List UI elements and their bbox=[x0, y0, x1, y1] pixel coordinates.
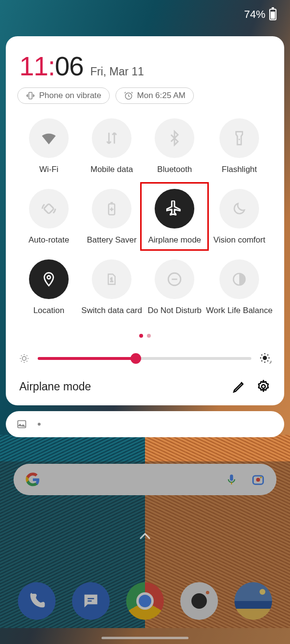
brightness-thumb[interactable] bbox=[130, 353, 141, 364]
pager bbox=[14, 334, 276, 338]
sim-card-icon: 1 bbox=[105, 272, 118, 286]
clock-row: 11:06 Fri, Mar 11 bbox=[14, 51, 276, 82]
tile-vision-comfort[interactable]: Vision comfort bbox=[206, 189, 273, 245]
wifi-icon bbox=[40, 129, 58, 147]
alarm-chip-label: Mon 6:25 AM bbox=[137, 91, 186, 100]
brightness-slider[interactable]: A bbox=[14, 352, 276, 365]
date-label: Fri, Mar 11 bbox=[90, 65, 144, 78]
brightness-low-icon bbox=[18, 353, 30, 364]
dim-overlay bbox=[0, 461, 290, 644]
tile-label: Wi-Fi bbox=[39, 165, 58, 174]
clock: 11:06 bbox=[19, 51, 84, 82]
pager-dot[interactable] bbox=[147, 334, 151, 338]
edit-icon[interactable] bbox=[232, 379, 246, 394]
brightness-track[interactable] bbox=[38, 357, 251, 360]
work-life-icon bbox=[232, 272, 247, 287]
tiles-grid: Wi-Fi Mobile data Bluetooth Flashlight A… bbox=[14, 118, 276, 315]
tile-switch-data-card[interactable]: 1 Switch data card bbox=[80, 259, 143, 315]
footer-label: Airplane mode bbox=[19, 380, 222, 393]
settings-icon[interactable] bbox=[256, 379, 271, 394]
tile-label: Flashlight bbox=[222, 165, 257, 174]
brightness-auto-icon: A bbox=[259, 352, 272, 365]
tile-label: Airplane mode bbox=[148, 235, 201, 245]
tile-label: Auto-rotate bbox=[29, 235, 69, 245]
tile-wifi[interactable]: Wi-Fi bbox=[17, 118, 80, 174]
clock-hour: 11 bbox=[19, 51, 48, 81]
flashlight-icon bbox=[232, 130, 247, 146]
auto-rotate-icon bbox=[40, 200, 58, 217]
picture-icon bbox=[16, 419, 27, 429]
tile-airplane-mode[interactable]: Airplane mode bbox=[143, 189, 206, 245]
clock-minute: 06 bbox=[55, 51, 83, 81]
tile-label: Mobile data bbox=[90, 165, 133, 174]
tile-label: Battery Saver bbox=[87, 235, 137, 245]
notification-bar[interactable] bbox=[6, 411, 284, 437]
tile-flashlight[interactable]: Flashlight bbox=[206, 118, 273, 174]
tile-battery-saver[interactable]: Battery Saver bbox=[80, 189, 143, 245]
tile-work-life-balance[interactable]: Work Life Balance bbox=[206, 259, 273, 315]
vibrate-icon bbox=[26, 91, 35, 100]
svg-text:1: 1 bbox=[110, 277, 113, 283]
tile-label: Location bbox=[33, 306, 64, 315]
tile-label: Vision comfort bbox=[213, 235, 265, 245]
notification-dot bbox=[38, 423, 41, 426]
alarm-icon bbox=[124, 91, 133, 100]
alarm-chip[interactable]: Mon 6:25 AM bbox=[116, 87, 194, 104]
tile-do-not-disturb[interactable]: Do Not Disturb bbox=[143, 259, 206, 315]
svg-point-9 bbox=[263, 356, 267, 360]
status-chips: Phone on vibrate Mon 6:25 AM bbox=[17, 87, 273, 104]
tile-label: Work Life Balance bbox=[206, 306, 273, 315]
tile-location[interactable]: Location bbox=[17, 259, 80, 315]
nav-gesture-pill[interactable] bbox=[102, 637, 188, 639]
battery-saver-icon bbox=[104, 201, 119, 216]
battery-percent: 74% bbox=[244, 8, 265, 21]
clock-colon: : bbox=[48, 51, 55, 81]
status-bar: 74% bbox=[0, 0, 290, 29]
vibrate-chip-label: Phone on vibrate bbox=[39, 91, 102, 100]
mobile-data-icon bbox=[103, 130, 120, 146]
svg-text:A: A bbox=[270, 359, 272, 365]
chevron-up-icon[interactable] bbox=[138, 531, 152, 541]
brightness-fill bbox=[38, 357, 136, 360]
pager-dot[interactable] bbox=[139, 334, 143, 338]
tile-auto-rotate[interactable]: Auto-rotate bbox=[17, 189, 80, 245]
battery-icon bbox=[269, 9, 276, 20]
bluetooth-icon bbox=[166, 130, 183, 146]
svg-point-11 bbox=[261, 385, 265, 388]
tile-mobile-data[interactable]: Mobile data bbox=[80, 118, 143, 174]
quick-settings-panel: 11:06 Fri, Mar 11 Phone on vibrate Mon 6… bbox=[6, 36, 284, 405]
vibrate-chip[interactable]: Phone on vibrate bbox=[17, 87, 110, 104]
tile-label: Switch data card bbox=[81, 306, 142, 315]
footer-row: Airplane mode bbox=[14, 379, 276, 394]
tile-label: Do Not Disturb bbox=[148, 306, 202, 315]
svg-rect-0 bbox=[29, 92, 32, 99]
moon-icon bbox=[232, 201, 247, 216]
tile-label: Bluetooth bbox=[157, 165, 192, 174]
tile-bluetooth[interactable]: Bluetooth bbox=[143, 118, 206, 174]
airplane-icon bbox=[166, 200, 183, 217]
svg-point-4 bbox=[47, 276, 51, 279]
dnd-icon bbox=[166, 271, 183, 287]
svg-point-8 bbox=[22, 357, 26, 360]
svg-rect-2 bbox=[44, 203, 54, 214]
location-icon bbox=[41, 272, 57, 287]
